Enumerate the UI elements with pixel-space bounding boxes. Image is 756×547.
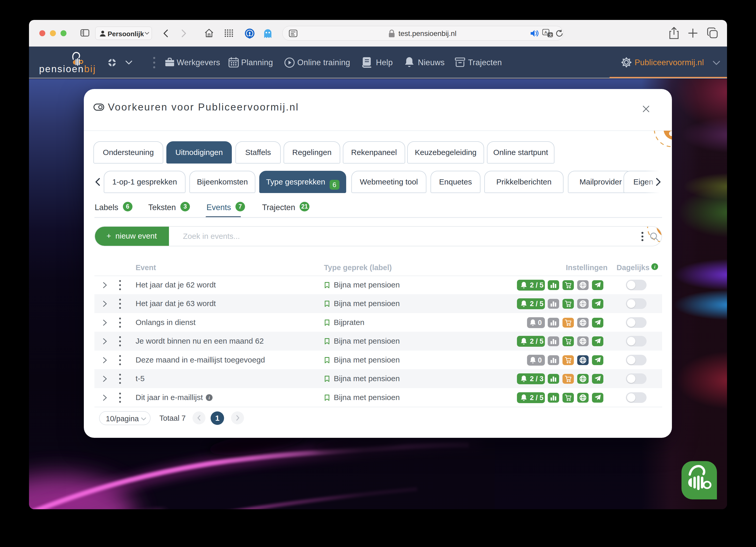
svg-text:文: 文 bbox=[549, 33, 552, 37]
svg-text:A: A bbox=[544, 30, 547, 34]
svg-text:i: i bbox=[209, 395, 210, 400]
svg-text:i: i bbox=[654, 264, 655, 269]
